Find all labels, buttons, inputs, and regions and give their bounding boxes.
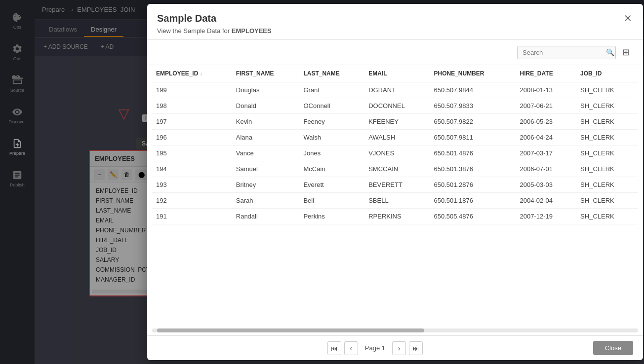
scrollbar-thumb [157, 328, 424, 332]
cell-employee-id: 191 [152, 209, 232, 224]
cell-employee-id: 196 [152, 130, 232, 146]
grid-view-button[interactable]: ⊞ [618, 45, 633, 60]
cell-phone-number: 650.501.3876 [430, 161, 516, 177]
cell-job-id: SH_CLERK [576, 130, 638, 146]
col-last-name: LAST_NAME [299, 65, 364, 82]
table-row: 197KevinFeeneyKFEENEY650.507.98222006-05… [152, 114, 638, 130]
cell-job-id: SH_CLERK [576, 177, 638, 193]
cell-first-name: Samuel [232, 161, 300, 177]
page-next-button[interactable]: › [392, 341, 406, 355]
scrollbar-container [147, 326, 643, 335]
cell-phone-number: 650.507.9833 [430, 98, 516, 114]
cell-hire-date: 2008-01-13 [516, 82, 577, 98]
cell-job-id: SH_CLERK [576, 82, 638, 98]
table-row: 193BritneyEverettBEVERETT650.501.2876200… [152, 177, 638, 193]
page-last-button[interactable]: ⏭ [409, 341, 423, 355]
cell-first-name: Britney [232, 177, 300, 193]
cell-email: SBELL [364, 193, 430, 209]
cell-phone-number: 650.507.9822 [430, 114, 516, 130]
cell-first-name: Vance [232, 146, 300, 161]
table-row: 192SarahBellSBELL650.501.18762004-02-04S… [152, 193, 638, 209]
page-label: Page 1 [361, 344, 389, 352]
data-table: EMPLOYEE_ID ↓ FIRST_NAME LAST_NAME EMAIL… [152, 65, 638, 224]
scrollbar-track [152, 328, 638, 332]
cell-email: BEVERETT [364, 177, 430, 193]
cell-last-name: Feeney [299, 114, 364, 130]
cell-hire-date: 2007-06-21 [516, 98, 577, 114]
table-row: 191RandallPerkinsRPERKINS650.505.4876200… [152, 209, 638, 224]
cell-hire-date: 2004-02-04 [516, 193, 577, 209]
cell-employee-id: 194 [152, 161, 232, 177]
modal-close-button[interactable]: ✕ [620, 11, 635, 26]
table-row: 194SamuelMcCainSMCCAIN650.501.38762006-0… [152, 161, 638, 177]
cell-phone-number: 650.501.2876 [430, 177, 516, 193]
sample-data-modal: Sample Data View the Sample Data for EMP… [147, 4, 643, 360]
cell-first-name: Alana [232, 130, 300, 146]
col-employee-id: EMPLOYEE_ID ↓ [152, 65, 232, 82]
cell-employee-id: 193 [152, 177, 232, 193]
cell-job-id: SH_CLERK [576, 193, 638, 209]
cell-last-name: Jones [299, 146, 364, 161]
cell-job-id: SH_CLERK [576, 209, 638, 224]
cell-hire-date: 2006-04-24 [516, 130, 577, 146]
cell-first-name: Sarah [232, 193, 300, 209]
cell-phone-number: 650.501.4876 [430, 146, 516, 161]
cell-email: AWALSH [364, 130, 430, 146]
cell-employee-id: 195 [152, 146, 232, 161]
modal-search-input[interactable] [517, 46, 616, 59]
pagination: ⏮ ‹ Page 1 › ⏭ [327, 341, 423, 355]
modal-header: Sample Data View the Sample Data for EMP… [147, 4, 643, 40]
col-phone-number: PHONE_NUMBER [430, 65, 516, 82]
cell-last-name: Walsh [299, 130, 364, 146]
table-body: 199DouglasGrantDGRANT650.507.98442008-01… [152, 82, 638, 224]
cell-job-id: SH_CLERK [576, 98, 638, 114]
col-job-id: JOB_ID [576, 65, 638, 82]
cell-first-name: Randall [232, 209, 300, 224]
cell-first-name: Douglas [232, 82, 300, 98]
page-prev-button[interactable]: ‹ [344, 341, 358, 355]
cell-email: RPERKINS [364, 209, 430, 224]
close-button[interactable]: Close [593, 341, 633, 355]
cell-last-name: OConnell [299, 98, 364, 114]
cell-employee-id: 198 [152, 98, 232, 114]
table-row: 196AlanaWalshAWALSH650.507.98112006-04-2… [152, 130, 638, 146]
cell-hire-date: 2007-03-17 [516, 146, 577, 161]
cell-first-name: Donald [232, 98, 300, 114]
table-row: 195VanceJonesVJONES650.501.48762007-03-1… [152, 146, 638, 161]
table-header-row: EMPLOYEE_ID ↓ FIRST_NAME LAST_NAME EMAIL… [152, 65, 638, 82]
cell-hire-date: 2005-03-03 [516, 177, 577, 193]
cell-job-id: SH_CLERK [576, 114, 638, 130]
col-first-name: FIRST_NAME [232, 65, 300, 82]
table-row: 198DonaldOConnellDOCONNEL650.507.9833200… [152, 98, 638, 114]
cell-email: VJONES [364, 146, 430, 161]
modal-subtitle: View the Sample Data for EMPLOYEES [157, 27, 633, 35]
table-row: 199DouglasGrantDGRANT650.507.98442008-01… [152, 82, 638, 98]
cell-email: DGRANT [364, 82, 430, 98]
cell-job-id: SH_CLERK [576, 146, 638, 161]
cell-hire-date: 2006-05-23 [516, 114, 577, 130]
cell-email: DOCONNEL [364, 98, 430, 114]
col-hire-date: HIRE_DATE [516, 65, 577, 82]
cell-hire-date: 2006-07-01 [516, 161, 577, 177]
cell-last-name: Bell [299, 193, 364, 209]
cell-last-name: McCain [299, 161, 364, 177]
cell-employee-id: 199 [152, 82, 232, 98]
cell-email: KFEENEY [364, 114, 430, 130]
cell-last-name: Grant [299, 82, 364, 98]
modal-table-container: EMPLOYEE_ID ↓ FIRST_NAME LAST_NAME EMAIL… [147, 65, 643, 326]
page-first-button[interactable]: ⏮ [327, 341, 341, 355]
cell-phone-number: 650.505.4876 [430, 209, 516, 224]
cell-email: SMCCAIN [364, 161, 430, 177]
modal-subtitle-prefix: View the Sample Data for [157, 27, 230, 35]
cell-last-name: Perkins [299, 209, 364, 224]
cell-phone-number: 650.507.9811 [430, 130, 516, 146]
col-email: EMAIL [364, 65, 430, 82]
search-button[interactable]: 🔍 [606, 48, 614, 56]
modal-subtitle-table: EMPLOYEES [232, 27, 272, 35]
cell-job-id: SH_CLERK [576, 161, 638, 177]
cell-last-name: Everett [299, 177, 364, 193]
cell-phone-number: 650.501.1876 [430, 193, 516, 209]
cell-phone-number: 650.507.9844 [430, 82, 516, 98]
cell-employee-id: 197 [152, 114, 232, 130]
modal-search-row: 🔍 ⊞ [147, 40, 643, 65]
